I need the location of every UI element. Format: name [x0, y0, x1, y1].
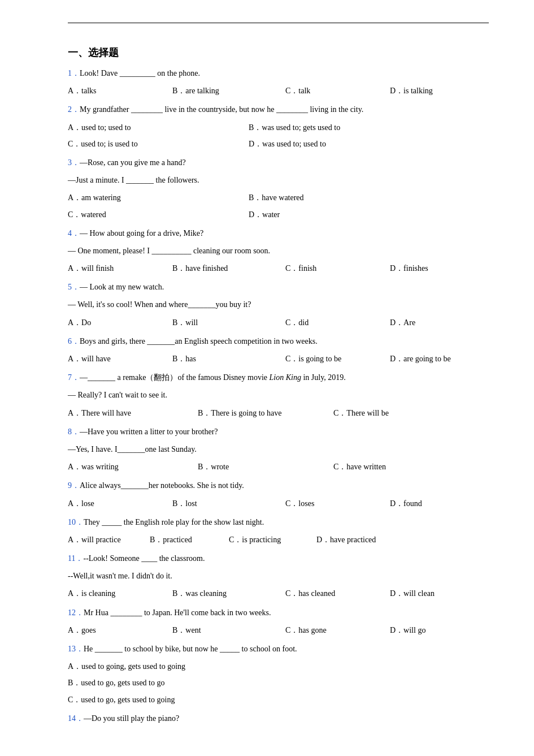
question-line-2-0: 2．My grandfather ________ live in the co…	[68, 102, 489, 116]
question-10: 10．They _____ the English role play for …	[68, 515, 489, 547]
option-4-0: A．will finish	[68, 261, 172, 275]
option-5-1: B．will	[172, 316, 285, 330]
option-1-0: A．talks	[68, 84, 172, 98]
question-3: 3．—Rose, can you give me a hand?—Just a …	[68, 155, 489, 222]
options-row-3-2: C．wateredD．water	[68, 208, 489, 222]
option-11-3: D．will clean	[390, 586, 435, 601]
option-2-0: A．used to; used to	[68, 120, 249, 135]
question-line-9-0: 9．Alice always_______her notebooks. She …	[68, 478, 489, 493]
option-7-0: A．There will have	[68, 406, 198, 420]
question-9: 9．Alice always_______her notebooks. She …	[68, 478, 489, 510]
option-1-1: B．are talking	[172, 84, 285, 98]
option-5-2: C．did	[285, 316, 390, 330]
question-line-3-1: —Just a minute. I _______ the followers.	[68, 173, 489, 187]
option-12-3: D．will go	[390, 623, 426, 637]
section-title: 一、选择题	[68, 46, 489, 59]
option-11-2: C．has cleaned	[285, 586, 390, 601]
question-1: 1．Look! Dave _________ on the phone.A．ta…	[68, 66, 489, 98]
question-line-4-1: — One moment, please! I __________ clean…	[68, 244, 489, 258]
question-line-1-0: 1．Look! Dave _________ on the phone.	[68, 66, 489, 80]
question-12: 12．Mr Hua ________ to Japan. He'll come …	[68, 606, 489, 637]
option-3-2: C．watered	[68, 208, 249, 222]
question-13: 13．He _______ to school by bike, but now…	[68, 642, 489, 707]
option-5-0: A．Do	[68, 316, 172, 330]
question-2: 2．My grandfather ________ live in the co…	[68, 102, 489, 151]
option-9-3: D．found	[390, 496, 422, 511]
option-1-2: C．talk	[285, 84, 390, 98]
question-5: 5．— Look at my new watch.— Well, it's so…	[68, 280, 489, 330]
options-row-2-2: C．used to; is used toD．was used to; used…	[68, 137, 489, 151]
question-line-4-0: 4．— How about going for a drive, Mike?	[68, 226, 489, 240]
option-8-2: C．have written	[333, 460, 386, 474]
option-10-0: A．will practice	[68, 533, 150, 547]
options-row-10: A．will practiceB．practicedC．is practicin…	[68, 533, 489, 547]
option-2-3: D．was used to; used to	[249, 137, 326, 151]
question-line-8-1: —Yes, I have. I_______one last Sunday.	[68, 442, 489, 456]
option-12-2: C．has gone	[285, 623, 390, 637]
option-13-2: C．used to go, gets used to going	[68, 693, 489, 707]
options-row-12: A．goesB．wentC．has goneD．will go	[68, 623, 489, 637]
question-line-10-0: 10．They _____ the English role play for …	[68, 515, 489, 529]
question-line-11-0: 11．--Look! Someone ____ the classroom.	[68, 551, 489, 565]
options-row-5: A．DoB．willC．didD．Are	[68, 316, 489, 330]
options-row-3-0: A．am wateringB．have watered	[68, 191, 489, 205]
options-row-1: A．talksB．are talkingC．talkD．is talking	[68, 84, 489, 98]
question-8: 8．—Have you written a litter to your bro…	[68, 425, 489, 474]
question-11: 11．--Look! Someone ____ the classroom.--…	[68, 551, 489, 601]
option-10-2: C．is practicing	[229, 533, 316, 547]
option-8-1: B．wrote	[198, 460, 333, 474]
question-line-13-0: 13．He _______ to school by bike, but now…	[68, 642, 489, 656]
option-7-1: B．There is going to have	[198, 406, 333, 420]
options-row-9: A．loseB．lostC．losesD．found	[68, 496, 489, 511]
question-line-14-0: 14．—Do you still play the piano?	[68, 711, 489, 725]
option-10-1: B．practiced	[150, 533, 229, 547]
options-row-11: A．is cleaningB．was cleaningC．has cleaned…	[68, 586, 489, 601]
option-6-2: C．is going to be	[285, 352, 390, 366]
option-2-1: B．was used to; gets used to	[249, 120, 340, 135]
option-4-3: D．finishes	[390, 261, 428, 275]
option-6-3: D．are going to be	[390, 352, 451, 366]
question-7: 7．—_______ a remake（翻拍）of the famous Dis…	[68, 370, 489, 420]
question-line-8-0: 8．—Have you written a litter to your bro…	[68, 425, 489, 439]
options-row-7: A．There will haveB．There is going to hav…	[68, 406, 489, 420]
question-14: 14．—Do you still play the piano?	[68, 711, 489, 725]
option-9-1: B．lost	[172, 496, 285, 511]
questions-container: 1．Look! Dave _________ on the phone.A．ta…	[68, 66, 489, 725]
option-8-0: A．was writing	[68, 460, 198, 474]
option-3-0: A．am watering	[68, 191, 249, 205]
option-6-0: A．will have	[68, 352, 172, 366]
option-9-0: A．lose	[68, 496, 172, 511]
question-line-12-0: 12．Mr Hua ________ to Japan. He'll come …	[68, 606, 489, 620]
options-row-4: A．will finishB．have finishedC．finishD．fi…	[68, 261, 489, 275]
options-row-6: A．will haveB．hasC．is going to beD．are go…	[68, 352, 489, 366]
question-line-6-0: 6．Boys and girls, there _______an Englis…	[68, 334, 489, 348]
option-2-2: C．used to; is used to	[68, 137, 249, 151]
top-divider	[68, 23, 489, 23]
option-4-2: C．finish	[285, 261, 390, 275]
question-line-11-1: --Well,it wasn't me. I didn't do it.	[68, 569, 489, 583]
option-1-3: D．is talking	[390, 84, 433, 98]
option-3-1: B．have watered	[249, 191, 304, 205]
option-12-1: B．went	[172, 623, 285, 637]
option-7-2: C．There will be	[333, 406, 389, 420]
option-5-3: D．Are	[390, 316, 415, 330]
question-line-5-1: — Well, it's so cool! When and where____…	[68, 297, 489, 312]
option-4-1: B．have finished	[172, 261, 285, 275]
option-3-3: D．water	[249, 208, 280, 222]
option-10-3: D．have practiced	[316, 533, 376, 547]
question-line-7-1: — Really? I can't wait to see it.	[68, 388, 489, 402]
options-row-8: A．was writingB．wroteC．have written	[68, 460, 489, 474]
option-13-1: B．used to go, gets used to go	[68, 676, 489, 690]
question-6: 6．Boys and girls, there _______an Englis…	[68, 334, 489, 366]
option-13-0: A．used to going, gets used to going	[68, 659, 489, 673]
option-9-2: C．loses	[285, 496, 390, 511]
question-line-7-0: 7．—_______ a remake（翻拍）of the famous Dis…	[68, 370, 489, 385]
option-6-1: B．has	[172, 352, 285, 366]
option-11-0: A．is cleaning	[68, 586, 172, 601]
question-line-3-0: 3．—Rose, can you give me a hand?	[68, 155, 489, 170]
question-line-5-0: 5．— Look at my new watch.	[68, 280, 489, 294]
question-4: 4．— How about going for a drive, Mike?— …	[68, 226, 489, 276]
option-11-1: B．was cleaning	[172, 586, 285, 601]
options-row-2-0: A．used to; used toB．was used to; gets us…	[68, 120, 489, 135]
option-12-0: A．goes	[68, 623, 172, 637]
